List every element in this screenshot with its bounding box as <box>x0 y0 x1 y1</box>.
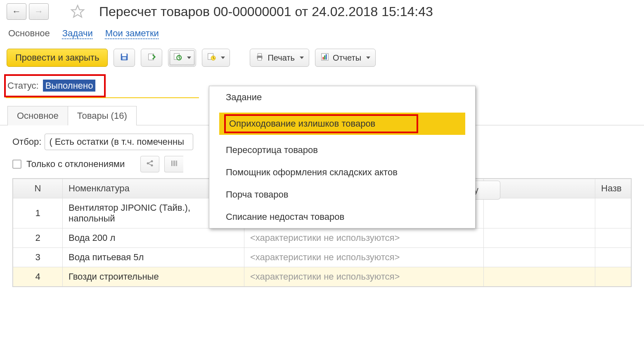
back-button[interactable]: ← <box>7 3 26 20</box>
cell-nazv <box>595 267 631 287</box>
svg-rect-11 <box>258 57 262 60</box>
chevron-down-icon <box>221 56 225 59</box>
svg-rect-10 <box>258 53 262 56</box>
save-button[interactable] <box>114 49 135 67</box>
cell-n: 2 <box>13 228 63 248</box>
svg-rect-13 <box>322 57 324 59</box>
subnav-tasks[interactable]: Задачи <box>62 28 93 39</box>
svg-rect-2 <box>122 53 127 56</box>
status-label: Статус: <box>7 80 39 91</box>
chevron-down-icon <box>187 56 191 59</box>
svg-rect-19 <box>171 160 172 166</box>
cell-char: <характеристики не используются> <box>244 267 484 287</box>
clock-icon <box>207 52 216 64</box>
barcode-button[interactable] <box>164 156 183 172</box>
reports-label: Отчеты <box>333 53 361 63</box>
svg-rect-3 <box>123 57 126 59</box>
menu-item-surplus-label: Оприходование излишков товаров <box>224 114 418 133</box>
col-nazv[interactable]: Назв <box>595 179 631 198</box>
table-row[interactable]: 4 Гвозди строительные <характеристики не… <box>13 267 631 287</box>
nav-buttons: ← → <box>7 3 49 20</box>
menu-item-task[interactable]: Задание <box>209 86 475 108</box>
table-row[interactable]: 2 Вода 200 л <характеристики не использу… <box>13 228 631 248</box>
document-title: Пересчет товаров 00-00000001 от 24.02.20… <box>99 4 433 19</box>
post-and-close-button[interactable]: Провести и закрыть <box>7 49 108 67</box>
cell-n: 4 <box>13 267 63 287</box>
cell-nazv <box>595 228 631 248</box>
subnav: Основное Задачи Мои заметки <box>0 23 644 42</box>
svg-rect-15 <box>326 54 327 59</box>
menu-item-surplus-posting[interactable]: Оприходование излишков товаров <box>219 113 465 135</box>
cell-empty <box>484 198 595 228</box>
chart-icon <box>320 52 329 64</box>
subnav-notes[interactable]: Мои заметки <box>105 28 159 39</box>
svg-rect-22 <box>175 160 175 166</box>
cell-char: <характеристики не используются> <box>244 248 484 267</box>
svg-rect-21 <box>174 160 175 166</box>
col-number[interactable]: N <box>13 179 63 198</box>
print-button[interactable]: Печать <box>250 49 309 67</box>
toolbar: Провести и закрыть Печать Отчеты <box>0 42 644 70</box>
save-icon <box>120 52 129 64</box>
cell-nazv <box>595 198 631 228</box>
header: ← → Пересчет товаров 00-00000001 от 24.0… <box>0 0 644 23</box>
print-label: Печать <box>268 53 295 63</box>
chevron-down-icon <box>300 56 304 59</box>
status-value: Выполнено <box>43 80 96 92</box>
cell-empty <box>484 248 595 267</box>
share-button[interactable] <box>140 156 159 172</box>
svg-rect-14 <box>324 55 325 59</box>
cell-n: 1 <box>13 198 63 228</box>
printer-icon <box>255 52 264 64</box>
share-icon <box>146 159 154 170</box>
svg-rect-20 <box>173 160 173 166</box>
create-based-on-menu: Задание Оприходование излишков товаров П… <box>209 86 476 228</box>
cell-char: <характеристики не используются> <box>244 228 484 248</box>
history-button[interactable] <box>202 49 230 67</box>
cell-name: Вода питьевая 5л <box>63 248 244 267</box>
cell-name: Вода 200 л <box>63 228 244 248</box>
svg-marker-0 <box>71 5 84 17</box>
svg-rect-23 <box>176 160 177 166</box>
table-row[interactable]: 3 Вода питьевая 5л <характеристики не ис… <box>13 248 631 267</box>
cell-nazv <box>595 248 631 267</box>
export-icon <box>147 52 156 64</box>
menu-item-regrade[interactable]: Пересортица товаров <box>209 139 475 161</box>
tab-main[interactable]: Основное <box>7 106 68 125</box>
filter-label: Отбор: <box>12 137 41 147</box>
create-icon <box>173 52 182 64</box>
cell-empty <box>484 228 595 248</box>
cell-empty <box>484 267 595 287</box>
post-button[interactable] <box>141 49 162 67</box>
chevron-down-icon <box>366 56 370 59</box>
barcode-icon <box>170 159 178 170</box>
create-based-on-button[interactable] <box>168 49 196 67</box>
deviations-label: Только с отклонениями <box>26 159 125 170</box>
menu-item-shortage-writeoff[interactable]: Списание недостач товаров <box>209 206 475 228</box>
tab-goods[interactable]: Товары (16) <box>68 106 137 125</box>
subnav-main[interactable]: Основное <box>8 28 50 39</box>
cell-name: Гвозди строительные <box>63 267 244 287</box>
filter-input[interactable]: ( Есть остатки (в т.ч. помеченны <box>45 134 193 150</box>
cell-n: 3 <box>13 248 63 267</box>
menu-item-spoilage[interactable]: Порча товаров <box>209 184 475 206</box>
favorite-star-icon[interactable] <box>70 4 85 19</box>
status-dropdown[interactable]: Выполнено <box>43 80 96 91</box>
reports-button[interactable]: Отчеты <box>315 49 376 67</box>
status-field: Статус: Выполнено <box>4 74 106 97</box>
forward-button[interactable]: → <box>29 3 49 20</box>
deviations-checkbox[interactable] <box>12 160 21 169</box>
col-empty[interactable] <box>484 179 595 198</box>
status-underline <box>6 97 199 98</box>
menu-item-warehouse-acts-assistant[interactable]: Помощник оформления складских актов <box>209 161 475 184</box>
